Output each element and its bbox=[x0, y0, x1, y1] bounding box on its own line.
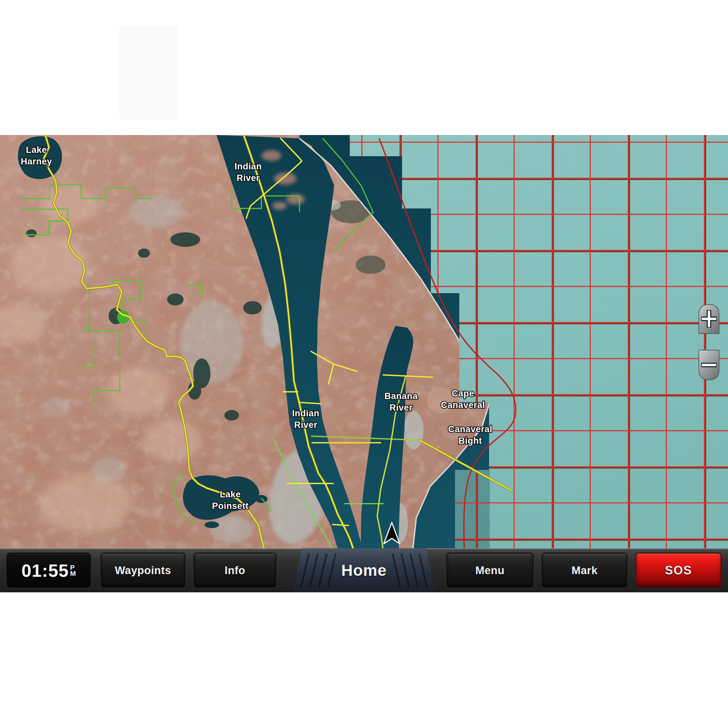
map-label-banana-river-1: Banana bbox=[384, 391, 418, 401]
map-label-cape-canaveral-1: Cape bbox=[452, 388, 474, 398]
mark-button[interactable]: Mark bbox=[542, 553, 627, 588]
time-meridiem-m: M bbox=[70, 570, 76, 577]
zoom-in-button[interactable] bbox=[699, 304, 719, 333]
photo-artifact bbox=[119, 26, 178, 119]
map-label-indian-river-north-2: River bbox=[237, 173, 260, 183]
map-label-lake-poinsett-2: Poinsett bbox=[212, 501, 249, 511]
menu-button[interactable]: Menu bbox=[447, 553, 534, 588]
home-button[interactable]: Home bbox=[293, 548, 435, 592]
map-label-indian-river-north-1: Indian bbox=[235, 162, 262, 171]
time-value: 01:55 bbox=[21, 560, 69, 581]
chartplotter-screen: Lake Harney Indian River Indian River Ba… bbox=[0, 0, 728, 728]
map-label-banana-river-2: River bbox=[390, 403, 413, 413]
home-left-stripes-icon bbox=[300, 554, 336, 587]
map-label-canaveral-bight-1: Canaveral bbox=[448, 424, 492, 434]
sos-button[interactable]: SOS bbox=[636, 553, 721, 588]
bottom-toolbar: 01:55 P M Waypoints Info Home Menu Mark … bbox=[0, 548, 728, 592]
map-label-cape-canaveral-2: Canaveral bbox=[441, 400, 485, 410]
map-label-indian-river-south-1: Indian bbox=[292, 408, 320, 418]
map-label-lake-harney-2: Harney bbox=[21, 156, 52, 167]
map-label-lake-poinsett-1: Lake bbox=[220, 489, 241, 499]
waypoints-button[interactable]: Waypoints bbox=[101, 553, 185, 588]
map-label-indian-river-south-2: River bbox=[294, 420, 317, 430]
home-right-stripes-icon bbox=[392, 554, 428, 587]
map-label-canaveral-bight-2: Bight bbox=[458, 436, 482, 446]
map-canvas[interactable]: Lake Harney Indian River Indian River Ba… bbox=[0, 135, 728, 548]
info-button[interactable]: Info bbox=[194, 553, 276, 588]
map-label-lake-harney-1: Lake bbox=[26, 145, 47, 155]
zoom-out-button[interactable] bbox=[699, 350, 719, 380]
clock-display: 01:55 P M bbox=[7, 553, 91, 588]
